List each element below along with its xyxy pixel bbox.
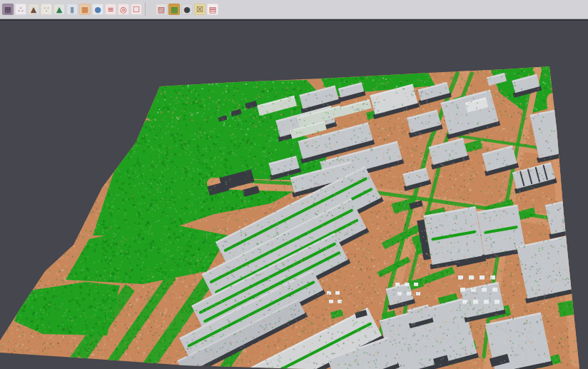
- toolbar-separator: [145, 3, 153, 16]
- globe-icon[interactable]: ●: [92, 4, 103, 15]
- checker-grid-icon[interactable]: ▨: [156, 4, 167, 15]
- stacked-layers-icon[interactable]: ≡: [105, 4, 116, 15]
- ground-class-icon[interactable]: ■: [79, 4, 91, 15]
- main-toolbar: ▦∴▲∵▲▮■●≡◎☐▨▩●☒▤: [0, 0, 588, 19]
- cross-section-bars-icon[interactable]: ▤: [207, 4, 218, 15]
- classified-points-icon[interactable]: ∴: [15, 4, 26, 15]
- ground-points-icon[interactable]: ∵: [41, 4, 52, 15]
- point-cloud-thumbnail-icon[interactable]: ▦: [2, 4, 14, 15]
- clip-box-icon[interactable]: ☒: [194, 4, 206, 15]
- target-circle-icon[interactable]: ◎: [118, 4, 129, 15]
- point-cloud-canvas[interactable]: [0, 21, 588, 369]
- terrain-mountain-icon[interactable]: ▲: [28, 4, 39, 15]
- selection-box-icon[interactable]: ☐: [131, 4, 142, 15]
- application-window: ▦∴▲∵▲▮■●≡◎☐▨▩●☒▤: [0, 0, 588, 369]
- dark-sphere-icon[interactable]: ●: [181, 4, 193, 15]
- classification-map-icon[interactable]: ▩: [168, 4, 180, 15]
- profile-column-icon[interactable]: ▮: [66, 4, 78, 15]
- vegetation-hill-icon[interactable]: ▲: [54, 4, 65, 15]
- 3d-viewport: [0, 19, 588, 369]
